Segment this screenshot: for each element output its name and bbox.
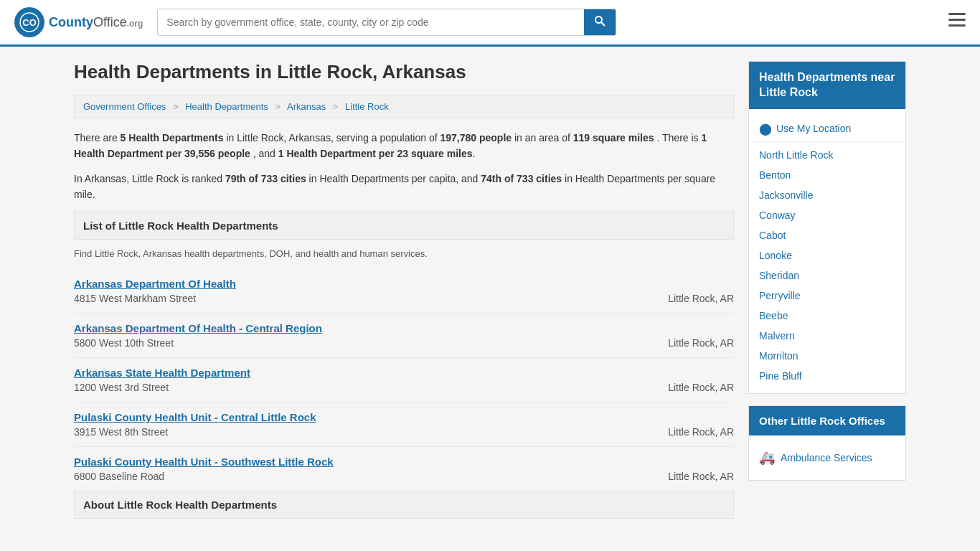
office-location: Little Rock, AR [668,426,734,438]
office-address: 4815 West Markham Street [74,293,196,304]
office-address: 6800 Baseline Road [74,471,164,482]
rank-sqmile: 74th of 733 cities [481,173,562,184]
nearby-section: Health Departments near Little Rock ⬤ Us… [748,61,906,394]
nearby-city-link[interactable]: Lonoke [749,245,905,265]
content-area: Health Departments in Little Rock, Arkan… [74,61,734,527]
office-details: 3915 West 8th Street Little Rock, AR [74,426,734,438]
ambulance-icon: 🚑 [759,450,775,466]
list-description: Find Little Rock, Arkansas health depart… [74,248,734,259]
nearby-title: Health Departments near Little Rock [749,62,905,109]
nearby-city-link[interactable]: Cabot [749,225,905,245]
office-name-link[interactable]: Arkansas Department Of Health - Central … [74,322,322,334]
page-title: Health Departments in Little Rock, Arkan… [74,61,734,83]
search-input[interactable] [158,9,584,35]
breadcrumb-little-rock[interactable]: Little Rock [345,101,389,112]
breadcrumb: Government Offices > Health Departments … [74,95,734,118]
ambulance-services-link[interactable]: 🚑 Ambulance Services [749,443,905,473]
logo[interactable]: CO CountyOffice.org [14,7,143,37]
use-location-link[interactable]: ⬤ Use My Location [749,116,905,142]
other-offices-title: Other Little Rock Offices [749,406,905,435]
nearby-city-link[interactable]: Malvern [749,326,905,346]
nearby-city-link[interactable]: Perryville [749,286,905,306]
nearby-cities-list: North Little RockBentonJacksonvilleConwa… [749,145,905,386]
svg-line-3 [601,22,605,26]
office-item: Pulaski County Health Unit - Central Lit… [74,402,734,447]
breadcrumb-gov-offices[interactable]: Government Offices [83,101,166,112]
office-details: 6800 Baseline Road Little Rock, AR [74,471,734,482]
office-item: Arkansas Department Of Health - Central … [74,314,734,358]
svg-rect-5 [948,19,966,21]
other-offices-body: 🚑 Ambulance Services [749,435,905,480]
office-details: 5800 West 10th Street Little Rock, AR [74,337,734,349]
breadcrumb-sep-2: > [275,101,281,112]
intro-paragraph-2: In Arkansas, Little Rock is ranked 79th … [74,171,734,203]
office-details: 4815 West Markham Street Little Rock, AR [74,293,734,304]
menu-button[interactable] [948,13,966,32]
nearby-city-link[interactable]: Pine Bluff [749,366,905,386]
logo-text: CountyOffice.org [49,15,143,30]
nearby-city-link[interactable]: Jacksonville [749,185,905,205]
header: CO CountyOffice.org [0,0,980,47]
highlight-per-sqmile: 1 Health Department per 23 square miles [278,148,473,159]
location-dot-icon: ⬤ [759,122,772,136]
breadcrumb-health-depts[interactable]: Health Departments [185,101,268,112]
highlight-population: 197,780 people [440,132,512,143]
office-list: Arkansas Department Of Health 4815 West … [74,269,734,491]
office-details: 1200 West 3rd Street Little Rock, AR [74,382,734,393]
office-address: 5800 West 10th Street [74,337,174,349]
office-name-link[interactable]: Pulaski County Health Unit - Southwest L… [74,456,334,468]
office-address: 3915 West 8th Street [74,426,168,438]
office-location: Little Rock, AR [668,293,734,304]
main-container: Health Departments in Little Rock, Arkan… [60,47,920,542]
nearby-body: ⬤ Use My Location North Little RockBento… [749,109,905,393]
svg-text:CO: CO [22,17,37,28]
nearby-city-link[interactable]: Conway [749,205,905,225]
logo-icon: CO [14,7,44,37]
highlight-count: 5 Health Departments [121,132,224,143]
intro-paragraph-1: There are 5 Health Departments in Little… [74,130,734,162]
svg-point-2 [595,17,602,23]
office-address: 1200 West 3rd Street [74,382,169,393]
office-name-link[interactable]: Arkansas State Health Department [74,367,250,379]
svg-rect-4 [948,13,966,15]
office-item: Arkansas State Health Department 1200 We… [74,358,734,402]
search-button[interactable] [584,9,616,35]
highlight-area: 119 square miles [573,132,654,143]
office-location: Little Rock, AR [668,337,734,349]
office-name-link[interactable]: Arkansas Department Of Health [74,278,236,290]
nearby-city-link[interactable]: Benton [749,165,905,185]
rank-capita: 79th of 733 cities [225,173,306,184]
other-offices-section: Other Little Rock Offices 🚑 Ambulance Se… [748,405,906,481]
breadcrumb-sep-1: > [173,101,179,112]
list-section-header: List of Little Rock Health Departments [74,212,734,240]
ambulance-label: Ambulance Services [781,452,872,463]
use-location-label: Use My Location [776,123,851,134]
breadcrumb-arkansas[interactable]: Arkansas [287,101,326,112]
breadcrumb-sep-3: > [333,101,339,112]
sidebar: Health Departments near Little Rock ⬤ Us… [748,61,906,527]
nearby-city-link[interactable]: Sheridan [749,265,905,286]
office-location: Little Rock, AR [668,382,734,393]
nearby-city-link[interactable]: Morrilton [749,346,905,366]
about-section-header: About Little Rock Health Departments [74,491,734,519]
office-location: Little Rock, AR [668,471,734,482]
office-name-link[interactable]: Pulaski County Health Unit - Central Lit… [74,411,316,423]
nearby-city-link[interactable]: North Little Rock [749,145,905,165]
svg-rect-6 [948,24,966,27]
nearby-city-link[interactable]: Beebe [749,306,905,326]
office-item: Arkansas Department Of Health 4815 West … [74,269,734,314]
search-bar [157,9,616,36]
office-item: Pulaski County Health Unit - Southwest L… [74,447,734,491]
